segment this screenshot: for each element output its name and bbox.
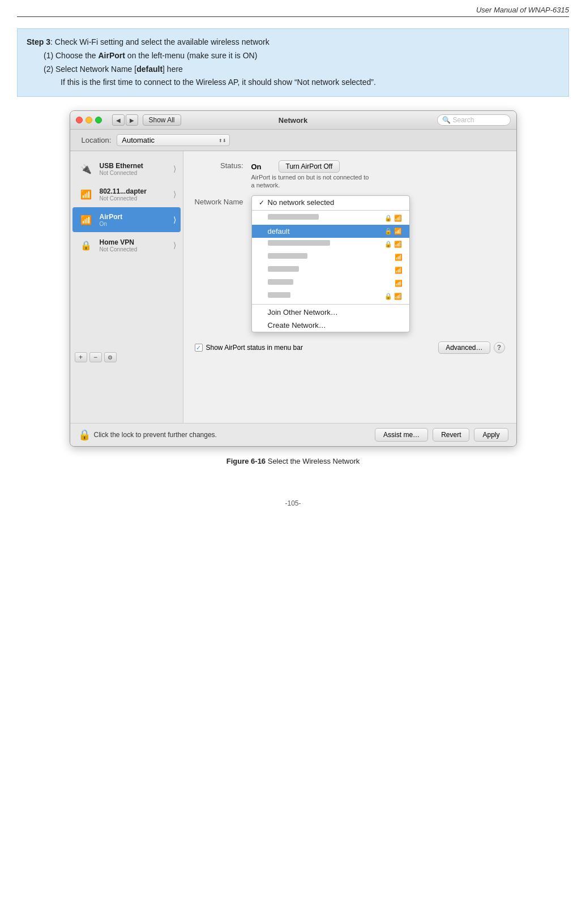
airport-arrow: ⟩ — [173, 215, 176, 224]
vpn-status: Not Connected — [100, 246, 138, 253]
dropdown-network-default[interactable]: ✓ default 🔒 📶 — [252, 225, 409, 238]
apply-button[interactable]: Apply — [474, 428, 508, 442]
create-network-label: Create Network… — [268, 321, 403, 330]
blurred-net1 — [268, 214, 385, 223]
status-desc1: AirPort is turned on but is not connecte… — [251, 174, 369, 181]
lock-text: Click the lock to prevent further change… — [94, 431, 217, 439]
status-label: Status: — [195, 160, 251, 170]
802-text: 802.11...dapter Not Connected — [100, 187, 147, 202]
vpn-icon: 🔒 — [77, 236, 95, 254]
dropdown-network-blurred6[interactable]: ✓ 🔒 📶 — [252, 290, 409, 303]
blurred-bar-4 — [268, 266, 299, 272]
802-icon: 📶 — [77, 185, 95, 203]
figure-caption: Figure 6-16 Select the Wireless Network — [17, 457, 569, 465]
airport-status: On — [100, 221, 123, 227]
show-all-button[interactable]: Show All — [143, 114, 181, 126]
mac-content: 🔌 USB Ethernet Not Connected ⟩ 📶 802.11.… — [70, 151, 516, 423]
nav-buttons: ◀ ▶ — [112, 114, 138, 126]
net-icons-4: 📶 — [395, 267, 403, 274]
page-number: -105- — [17, 499, 569, 507]
instruction-box: Step 3: Check Wi-Fi setting and select t… — [17, 28, 569, 97]
step-title: Step 3: Check Wi-Fi setting and select t… — [27, 36, 559, 49]
add-network-button[interactable]: + — [75, 352, 87, 362]
back-button[interactable]: ◀ — [112, 114, 125, 126]
dropdown-create-network[interactable]: ✓ Create Network… — [252, 319, 409, 332]
usb-ethernet-icon: 🔌 — [77, 160, 95, 178]
dropdown-network-blurred4[interactable]: ✓ 📶 — [252, 264, 409, 277]
blurred-net6 — [268, 292, 385, 301]
blurred-bar-1 — [268, 214, 319, 220]
search-placeholder: Search — [453, 116, 474, 124]
net-icons-2: 🔒 📶 — [384, 241, 402, 248]
lock-icon: 🔒 — [78, 429, 91, 441]
right-panel: Status: On Turn AirPort Off AirPort is t… — [183, 151, 516, 423]
show-airport-label: Show AirPort status in menu bar — [206, 344, 303, 352]
network-name-label: Network Name — [195, 195, 251, 206]
maximize-button[interactable] — [95, 117, 102, 123]
net-icons-3: 📶 — [395, 254, 403, 261]
assist-me-button[interactable]: Assist me… — [375, 428, 428, 442]
figure-text: Select the Wireless Network — [266, 457, 360, 465]
location-select-wrapper[interactable]: Automatic — [117, 134, 230, 146]
dropdown-network-blurred2[interactable]: ✓ 🔒 📶 — [252, 238, 409, 251]
instruction-item2: (2) Select Network Name [default] here — [44, 63, 559, 76]
traffic-lights — [76, 117, 102, 123]
dropdown-network-blurred3[interactable]: ✓ 📶 — [252, 251, 409, 264]
no-network-label: No network selected — [268, 198, 403, 207]
blurred-net2 — [268, 240, 385, 249]
sidebar-item-home-vpn[interactable]: 🔒 Home VPN Not Connected ⟩ — [72, 233, 181, 258]
sidebar-item-usb-ethernet[interactable]: 🔌 USB Ethernet Not Connected ⟩ — [72, 156, 181, 181]
settings-network-button[interactable]: ⚙ — [104, 352, 117, 362]
revert-button[interactable]: Revert — [433, 428, 469, 442]
usb-ethernet-status: Not Connected — [100, 170, 143, 176]
help-button[interactable]: ? — [494, 342, 505, 353]
instruction-item1: (1) Choose the AirPort on the left-menu … — [44, 49, 559, 63]
mac-bottom-bar: 🔒 Click the lock to prevent further chan… — [70, 423, 516, 446]
turn-airport-off-button[interactable]: Turn AirPort Off — [279, 160, 340, 173]
show-airport-checkbox[interactable]: ✓ — [195, 344, 203, 352]
dropdown-network-blurred1[interactable]: ✓ 🔒 📶 — [252, 212, 409, 225]
step-text: : Check Wi-Fi setting and select the ava… — [50, 37, 270, 46]
show-airport-row: ✓ Show AirPort status in menu bar Advanc… — [195, 341, 505, 354]
minimize-button[interactable] — [85, 117, 92, 123]
airport-name: AirPort — [100, 213, 123, 221]
remove-network-button[interactable]: − — [89, 352, 102, 362]
status-row: Status: On Turn AirPort Off AirPort is t… — [195, 160, 505, 189]
figure-label: Figure 6-16 — [226, 457, 266, 465]
status-info: On Turn AirPort Off AirPort is turned on… — [251, 160, 369, 189]
blurred-net3 — [268, 253, 395, 262]
blurred-bar-5 — [268, 279, 293, 285]
status-desc2: a network. — [251, 182, 369, 189]
join-other-label: Join Other Network… — [268, 308, 403, 316]
blurred-bar-3 — [268, 253, 307, 259]
airport-icon: 📶 — [77, 211, 95, 229]
vpn-text: Home VPN Not Connected — [100, 238, 138, 253]
vpn-arrow: ⟩ — [173, 241, 176, 250]
net-icons-default: 🔒 📶 — [384, 228, 402, 235]
usb-ethernet-arrow: ⟩ — [173, 164, 176, 173]
usb-ethernet-text: USB Ethernet Not Connected — [100, 162, 143, 176]
page-header: User Manual of WNAP-6315 — [17, 6, 569, 17]
dropdown-join-other[interactable]: ✓ Join Other Network… — [252, 306, 409, 319]
blurred-net5 — [268, 279, 395, 288]
mac-window: ◀ ▶ Show All Network 🔍 Search Location: … — [70, 110, 517, 447]
network-dropdown[interactable]: ✓ No network selected ✓ 🔒 📶 ✓ — [251, 195, 410, 332]
802-arrow: ⟩ — [173, 190, 176, 199]
advanced-button[interactable]: Advanced… — [438, 341, 490, 354]
search-box[interactable]: 🔍 Search — [437, 114, 511, 126]
sidebar-bottom: + − ⚙ — [70, 349, 183, 366]
sidebar-item-airport[interactable]: 📶 AirPort On ⟩ — [72, 207, 181, 232]
sidebar-item-802[interactable]: 📶 802.11...dapter Not Connected ⟩ — [72, 182, 181, 207]
status-value: On — [251, 162, 262, 171]
check-mark-icon: ✓ — [259, 199, 264, 207]
network-name-row: Network Name ✓ No network selected ✓ — [195, 195, 505, 332]
net-icons-1: 🔒 📶 — [384, 215, 402, 222]
dropdown-no-network[interactable]: ✓ No network selected — [252, 196, 409, 209]
vpn-name: Home VPN — [100, 238, 138, 246]
default-network-label: default — [268, 227, 385, 236]
location-select[interactable]: Automatic — [117, 134, 230, 146]
close-button[interactable] — [76, 117, 83, 123]
forward-button[interactable]: ▶ — [126, 114, 138, 126]
dropdown-network-blurred5[interactable]: ✓ 📶 — [252, 277, 409, 290]
net-icons-6: 🔒 📶 — [384, 293, 402, 300]
